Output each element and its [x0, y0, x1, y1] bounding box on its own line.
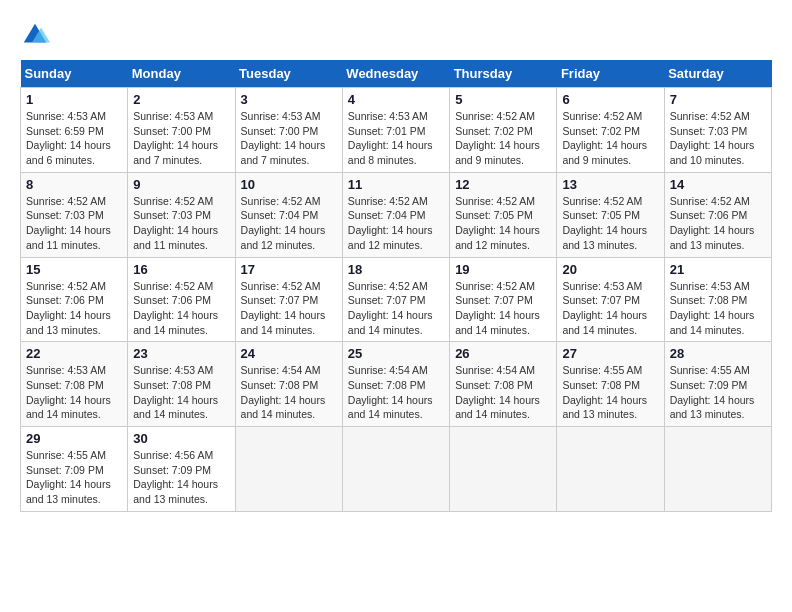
calendar-cell: 22 Sunrise: 4:53 AM Sunset: 7:08 PM Dayl…: [21, 342, 128, 427]
logo-icon: [20, 20, 50, 50]
calendar-cell: 26 Sunrise: 4:54 AM Sunset: 7:08 PM Dayl…: [450, 342, 557, 427]
day-info: Sunrise: 4:54 AM Sunset: 7:08 PM Dayligh…: [241, 364, 326, 420]
day-number: 20: [562, 262, 658, 277]
calendar-cell: 1 Sunrise: 4:53 AM Sunset: 6:59 PM Dayli…: [21, 88, 128, 173]
day-number: 12: [455, 177, 551, 192]
day-info: Sunrise: 4:55 AM Sunset: 7:09 PM Dayligh…: [26, 449, 111, 505]
calendar-cell: 21 Sunrise: 4:53 AM Sunset: 7:08 PM Dayl…: [664, 257, 771, 342]
calendar-week-3: 15 Sunrise: 4:52 AM Sunset: 7:06 PM Dayl…: [21, 257, 772, 342]
calendar-cell: [557, 427, 664, 512]
day-number: 28: [670, 346, 766, 361]
logo: [20, 20, 54, 50]
calendar-cell: 16 Sunrise: 4:52 AM Sunset: 7:06 PM Dayl…: [128, 257, 235, 342]
calendar-cell: 19 Sunrise: 4:52 AM Sunset: 7:07 PM Dayl…: [450, 257, 557, 342]
day-info: Sunrise: 4:54 AM Sunset: 7:08 PM Dayligh…: [348, 364, 433, 420]
page-header: [20, 20, 772, 50]
day-info: Sunrise: 4:52 AM Sunset: 7:03 PM Dayligh…: [670, 110, 755, 166]
day-info: Sunrise: 4:53 AM Sunset: 7:08 PM Dayligh…: [133, 364, 218, 420]
day-number: 30: [133, 431, 229, 446]
day-number: 7: [670, 92, 766, 107]
calendar-cell: 5 Sunrise: 4:52 AM Sunset: 7:02 PM Dayli…: [450, 88, 557, 173]
day-info: Sunrise: 4:52 AM Sunset: 7:04 PM Dayligh…: [241, 195, 326, 251]
day-info: Sunrise: 4:53 AM Sunset: 7:01 PM Dayligh…: [348, 110, 433, 166]
calendar-cell: 6 Sunrise: 4:52 AM Sunset: 7:02 PM Dayli…: [557, 88, 664, 173]
day-info: Sunrise: 4:52 AM Sunset: 7:05 PM Dayligh…: [455, 195, 540, 251]
day-number: 9: [133, 177, 229, 192]
calendar-cell: 24 Sunrise: 4:54 AM Sunset: 7:08 PM Dayl…: [235, 342, 342, 427]
calendar-cell: 25 Sunrise: 4:54 AM Sunset: 7:08 PM Dayl…: [342, 342, 449, 427]
calendar-cell: [342, 427, 449, 512]
calendar-header-thursday: Thursday: [450, 60, 557, 88]
calendar-cell: 27 Sunrise: 4:55 AM Sunset: 7:08 PM Dayl…: [557, 342, 664, 427]
calendar-header-row: SundayMondayTuesdayWednesdayThursdayFrid…: [21, 60, 772, 88]
day-number: 22: [26, 346, 122, 361]
calendar-cell: 18 Sunrise: 4:52 AM Sunset: 7:07 PM Dayl…: [342, 257, 449, 342]
calendar-cell: [450, 427, 557, 512]
calendar-cell: 2 Sunrise: 4:53 AM Sunset: 7:00 PM Dayli…: [128, 88, 235, 173]
calendar-week-1: 1 Sunrise: 4:53 AM Sunset: 6:59 PM Dayli…: [21, 88, 772, 173]
calendar-cell: 15 Sunrise: 4:52 AM Sunset: 7:06 PM Dayl…: [21, 257, 128, 342]
calendar-cell: [235, 427, 342, 512]
day-info: Sunrise: 4:52 AM Sunset: 7:03 PM Dayligh…: [133, 195, 218, 251]
day-info: Sunrise: 4:54 AM Sunset: 7:08 PM Dayligh…: [455, 364, 540, 420]
calendar-cell: 28 Sunrise: 4:55 AM Sunset: 7:09 PM Dayl…: [664, 342, 771, 427]
day-info: Sunrise: 4:52 AM Sunset: 7:02 PM Dayligh…: [455, 110, 540, 166]
day-number: 29: [26, 431, 122, 446]
calendar-header-wednesday: Wednesday: [342, 60, 449, 88]
calendar-cell: 14 Sunrise: 4:52 AM Sunset: 7:06 PM Dayl…: [664, 172, 771, 257]
day-number: 6: [562, 92, 658, 107]
day-number: 23: [133, 346, 229, 361]
day-number: 10: [241, 177, 337, 192]
calendar-week-5: 29 Sunrise: 4:55 AM Sunset: 7:09 PM Dayl…: [21, 427, 772, 512]
calendar-cell: 30 Sunrise: 4:56 AM Sunset: 7:09 PM Dayl…: [128, 427, 235, 512]
calendar-cell: 20 Sunrise: 4:53 AM Sunset: 7:07 PM Dayl…: [557, 257, 664, 342]
calendar-cell: 29 Sunrise: 4:55 AM Sunset: 7:09 PM Dayl…: [21, 427, 128, 512]
day-info: Sunrise: 4:53 AM Sunset: 7:08 PM Dayligh…: [26, 364, 111, 420]
day-number: 5: [455, 92, 551, 107]
calendar-cell: 13 Sunrise: 4:52 AM Sunset: 7:05 PM Dayl…: [557, 172, 664, 257]
day-number: 17: [241, 262, 337, 277]
calendar-week-2: 8 Sunrise: 4:52 AM Sunset: 7:03 PM Dayli…: [21, 172, 772, 257]
day-info: Sunrise: 4:52 AM Sunset: 7:07 PM Dayligh…: [455, 280, 540, 336]
day-number: 11: [348, 177, 444, 192]
day-number: 8: [26, 177, 122, 192]
calendar-cell: 11 Sunrise: 4:52 AM Sunset: 7:04 PM Dayl…: [342, 172, 449, 257]
day-info: Sunrise: 4:52 AM Sunset: 7:06 PM Dayligh…: [133, 280, 218, 336]
day-info: Sunrise: 4:55 AM Sunset: 7:09 PM Dayligh…: [670, 364, 755, 420]
day-number: 24: [241, 346, 337, 361]
calendar-cell: [664, 427, 771, 512]
day-number: 16: [133, 262, 229, 277]
day-number: 18: [348, 262, 444, 277]
day-info: Sunrise: 4:53 AM Sunset: 7:00 PM Dayligh…: [241, 110, 326, 166]
calendar-header-monday: Monday: [128, 60, 235, 88]
day-info: Sunrise: 4:52 AM Sunset: 7:06 PM Dayligh…: [26, 280, 111, 336]
day-number: 21: [670, 262, 766, 277]
day-info: Sunrise: 4:53 AM Sunset: 7:07 PM Dayligh…: [562, 280, 647, 336]
day-info: Sunrise: 4:52 AM Sunset: 7:07 PM Dayligh…: [241, 280, 326, 336]
calendar-header-saturday: Saturday: [664, 60, 771, 88]
day-number: 15: [26, 262, 122, 277]
calendar-cell: 3 Sunrise: 4:53 AM Sunset: 7:00 PM Dayli…: [235, 88, 342, 173]
calendar-table: SundayMondayTuesdayWednesdayThursdayFrid…: [20, 60, 772, 512]
calendar-cell: 12 Sunrise: 4:52 AM Sunset: 7:05 PM Dayl…: [450, 172, 557, 257]
calendar-cell: 8 Sunrise: 4:52 AM Sunset: 7:03 PM Dayli…: [21, 172, 128, 257]
day-number: 25: [348, 346, 444, 361]
day-info: Sunrise: 4:55 AM Sunset: 7:08 PM Dayligh…: [562, 364, 647, 420]
calendar-header-sunday: Sunday: [21, 60, 128, 88]
day-info: Sunrise: 4:52 AM Sunset: 7:02 PM Dayligh…: [562, 110, 647, 166]
calendar-header-friday: Friday: [557, 60, 664, 88]
calendar-cell: 9 Sunrise: 4:52 AM Sunset: 7:03 PM Dayli…: [128, 172, 235, 257]
day-info: Sunrise: 4:52 AM Sunset: 7:06 PM Dayligh…: [670, 195, 755, 251]
calendar-week-4: 22 Sunrise: 4:53 AM Sunset: 7:08 PM Dayl…: [21, 342, 772, 427]
day-info: Sunrise: 4:53 AM Sunset: 6:59 PM Dayligh…: [26, 110, 111, 166]
day-number: 2: [133, 92, 229, 107]
calendar-header-tuesday: Tuesday: [235, 60, 342, 88]
day-number: 1: [26, 92, 122, 107]
day-info: Sunrise: 4:53 AM Sunset: 7:08 PM Dayligh…: [670, 280, 755, 336]
day-info: Sunrise: 4:56 AM Sunset: 7:09 PM Dayligh…: [133, 449, 218, 505]
day-info: Sunrise: 4:52 AM Sunset: 7:03 PM Dayligh…: [26, 195, 111, 251]
day-info: Sunrise: 4:52 AM Sunset: 7:05 PM Dayligh…: [562, 195, 647, 251]
calendar-cell: 10 Sunrise: 4:52 AM Sunset: 7:04 PM Dayl…: [235, 172, 342, 257]
day-info: Sunrise: 4:52 AM Sunset: 7:07 PM Dayligh…: [348, 280, 433, 336]
day-number: 27: [562, 346, 658, 361]
